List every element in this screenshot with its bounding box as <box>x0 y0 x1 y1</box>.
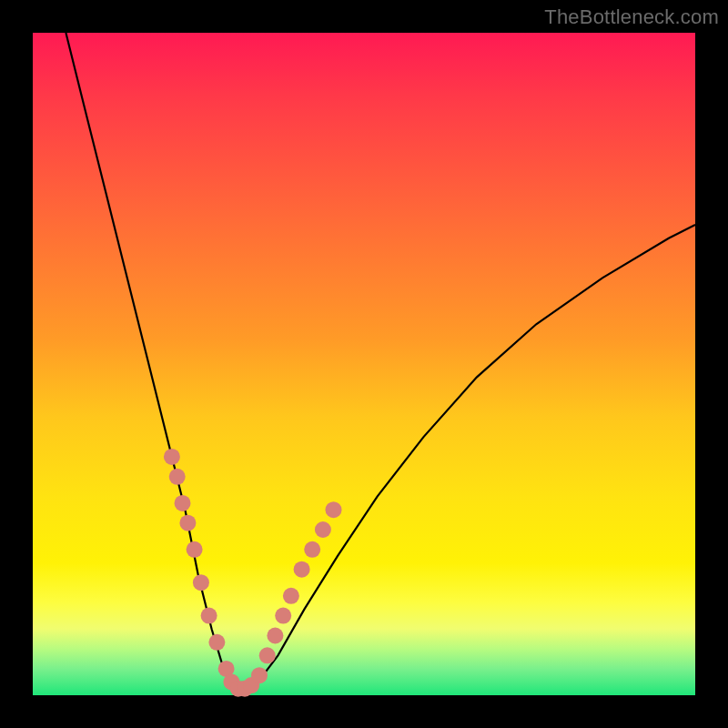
highlight-dot <box>315 521 331 538</box>
highlight-dots <box>164 449 342 697</box>
highlight-dot <box>294 561 310 578</box>
plot-area <box>33 33 695 695</box>
watermark-text: TheBottleneck.com <box>544 5 719 29</box>
highlight-dot <box>179 515 196 531</box>
highlight-dot <box>283 588 299 604</box>
bottleneck-curve <box>66 33 695 689</box>
highlight-dot <box>326 501 342 518</box>
chart-frame: TheBottleneck.com <box>0 0 728 728</box>
highlight-dot <box>304 541 320 558</box>
highlight-dot <box>208 634 225 651</box>
highlight-dot <box>201 608 217 624</box>
highlight-dot <box>259 647 276 663</box>
highlight-dot <box>251 667 268 683</box>
highlight-dot <box>164 449 180 465</box>
highlight-dot <box>267 628 283 644</box>
highlight-dot <box>175 495 191 511</box>
highlight-dot <box>169 469 186 485</box>
curve-layer <box>33 33 695 695</box>
highlight-dot <box>187 541 203 558</box>
highlight-dot <box>275 608 291 624</box>
highlight-dot <box>193 574 209 591</box>
